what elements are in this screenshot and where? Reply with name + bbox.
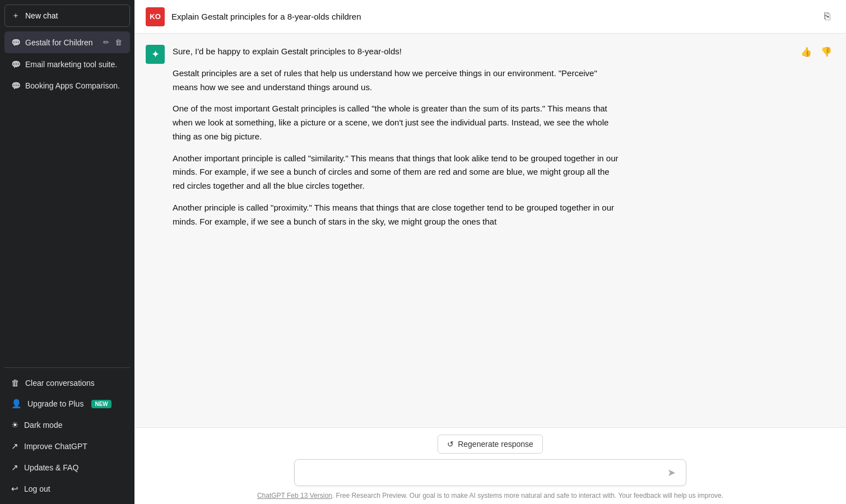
assistant-message: ✦ Sure, I'd be happy to explain Gestalt … <box>134 34 846 240</box>
user-message-content: KO Explain Gestalt principles for a 8-ye… <box>146 7 361 26</box>
input-area: ↺ Regenerate response ➤ ChatGPT Feb 13 V… <box>134 427 846 504</box>
conv-item-left: 💬 Email marketing tool suite. <box>11 60 117 69</box>
footer-text: ChatGPT Feb 13 Version. Free Research Pr… <box>257 492 723 500</box>
assistant-avatar: ✦ <box>146 45 165 64</box>
sidebar-bottom-item-clear[interactable]: 🗑 Clear conversations <box>4 372 130 393</box>
conv-item-label: Email marketing tool suite. <box>25 60 117 69</box>
upgrade-icon: 👤 <box>11 399 22 409</box>
assistant-message-body: Sure, I'd be happy to explain Gestalt pr… <box>173 45 621 228</box>
updates-icon: ↗ <box>11 463 18 473</box>
message-input-row: ➤ <box>294 459 686 486</box>
assistant-paragraph-0: Gestalt principles are a set of rules th… <box>173 67 621 95</box>
darkmode-icon: ☀ <box>11 420 18 430</box>
improve-label: Improve ChatGPT <box>24 442 87 451</box>
assistant-paragraph-1: One of the most important Gestalt princi… <box>173 102 621 143</box>
user-message-bar: KO Explain Gestalt principles for a 8-ye… <box>134 0 846 34</box>
clear-icon: 🗑 <box>11 378 20 388</box>
darkmode-label: Dark mode <box>24 421 62 430</box>
conversation-item-email[interactable]: 💬 Email marketing tool suite. <box>4 54 130 74</box>
sidebar: ＋ New chat 💬 Gestalt for Children ✏ 🗑 💬 … <box>0 0 134 504</box>
regenerate-label: Regenerate response <box>458 440 533 449</box>
clear-label: Clear conversations <box>25 379 95 388</box>
regenerate-icon: ↺ <box>447 440 454 449</box>
plus-icon: ＋ <box>12 11 20 21</box>
footer-link[interactable]: ChatGPT Feb 13 Version <box>257 492 332 500</box>
sidebar-bottom-item-darkmode[interactable]: ☀ Dark mode <box>4 414 130 436</box>
sidebar-bottom-item-logout[interactable]: ↩ Log out <box>4 478 130 500</box>
sidebar-bottom-item-improve[interactable]: ↗ Improve ChatGPT <box>4 436 130 457</box>
chat-content: ✦ Sure, I'd be happy to explain Gestalt … <box>134 34 846 427</box>
logout-label: Log out <box>24 484 50 493</box>
conv-item-left: 💬 Booking Apps Comparison. <box>11 81 120 90</box>
new-chat-button[interactable]: ＋ New chat <box>4 4 130 27</box>
sidebar-bottom: 🗑 Clear conversations 👤 Upgrade to Plus … <box>4 367 130 500</box>
message-input[interactable] <box>303 468 665 478</box>
improve-icon: ↗ <box>11 441 18 451</box>
send-button[interactable]: ➤ <box>665 465 678 480</box>
thumbs-up-button[interactable]: 👍 <box>798 45 815 59</box>
user-avatar: KO <box>146 7 165 26</box>
conversation-item-gestalt[interactable]: 💬 Gestalt for Children ✏ 🗑 <box>4 31 130 53</box>
main-panel: KO Explain Gestalt principles for a 8-ye… <box>134 0 846 504</box>
conv-item-label: Booking Apps Comparison. <box>25 81 120 90</box>
rename-button[interactable]: ✏ <box>102 37 110 48</box>
regenerate-button[interactable]: ↺ Regenerate response <box>438 435 543 454</box>
sidebar-bottom-item-updates[interactable]: ↗ Updates & FAQ <box>4 457 130 478</box>
conversation-list: 💬 Gestalt for Children ✏ 🗑 💬 Email marke… <box>4 31 130 363</box>
footer-description: . Free Research Preview. Our goal is to … <box>332 492 723 500</box>
new-badge: NEW <box>91 400 111 408</box>
user-message-text: Explain Gestalt principles for a 8-year-… <box>171 12 361 21</box>
conv-item-left: 💬 Gestalt for Children <box>11 38 93 47</box>
edit-message-button[interactable]: ⎘ <box>820 8 835 25</box>
updates-label: Updates & FAQ <box>24 463 78 472</box>
edit-pencil-icon: ⎘ <box>824 11 830 22</box>
message-actions: 👍 👎 <box>798 45 835 59</box>
conv-item-label: Gestalt for Children <box>25 38 93 47</box>
chat-icon: 💬 <box>11 38 21 47</box>
upgrade-label: Upgrade to Plus <box>27 399 83 408</box>
thumbs-down-button[interactable]: 👎 <box>818 45 835 59</box>
assistant-paragraph-2: Another important principle is called "s… <box>173 152 621 193</box>
sidebar-bottom-item-upgrade[interactable]: 👤 Upgrade to Plus NEW <box>4 393 130 414</box>
assistant-intro: Sure, I'd be happy to explain Gestalt pr… <box>173 45 621 59</box>
conv-item-actions: ✏ 🗑 <box>102 37 123 48</box>
logout-icon: ↩ <box>11 484 18 494</box>
new-chat-label: New chat <box>25 11 58 20</box>
delete-button[interactable]: 🗑 <box>114 37 123 48</box>
assistant-paragraph-3: Another principle is called "proximity."… <box>173 201 621 229</box>
chat-icon: 💬 <box>11 81 21 90</box>
send-icon: ➤ <box>667 467 676 478</box>
openai-logo-icon: ✦ <box>151 48 160 60</box>
chat-icon: 💬 <box>11 60 21 69</box>
conversation-item-booking[interactable]: 💬 Booking Apps Comparison. <box>4 76 130 96</box>
